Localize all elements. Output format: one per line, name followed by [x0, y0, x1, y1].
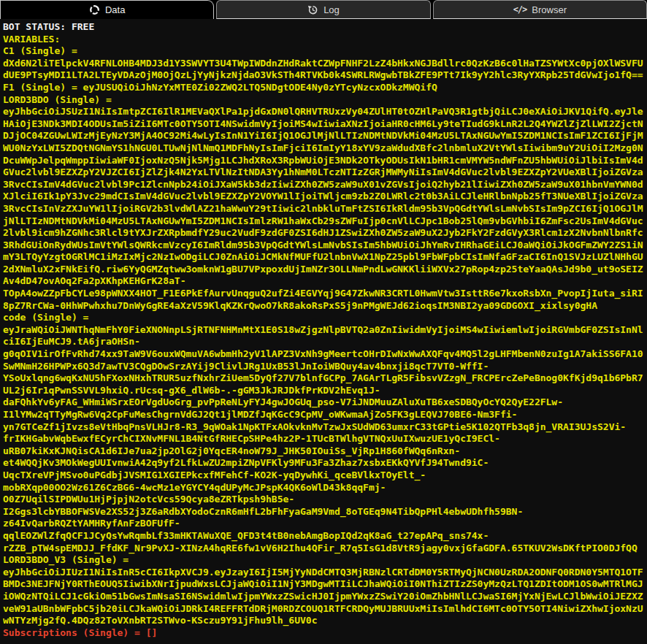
variable-value-line: 3RvcCIsInVzZXJuYW1lIjoiRGV2b3lvdWlAZ21ha… — [3, 203, 647, 215]
variable-value-line: O0Z7UqilSIPDWUu1HjPjpjN2otcVcs59Qcya8eZR… — [3, 494, 647, 506]
variable-value-line: GVuc2lvbl9EZXZpY2VJZCI6IjZlZjk4N2YxLTVlN… — [3, 166, 647, 179]
code-icon: </> — [513, 4, 527, 15]
variable-value-line: z64IvQarbRQZtYAMHRyfAnFzBOFUfF- — [3, 518, 647, 530]
data-ring-icon — [89, 4, 100, 15]
variable-value-line: qqlEOZWlZfqQCF1JCyQsYwRqmbLf33mHKTAWuXQE… — [3, 530, 647, 543]
variable-header-Subscriptions: Subscriptions (Single) = [] — [3, 627, 647, 640]
variable-value-line: HAiOjE3NDk3MDI4ODUsIm5iZiI6MTc0OTY5OTI4N… — [3, 118, 647, 131]
bot-status-line: BOT STATUS: FREE — [3, 21, 647, 34]
variable-value-line: uRB07kiKxKJNQisCA1d6IJe7ua2jp2OlG2j0YqcE… — [3, 445, 647, 458]
tab-data[interactable]: Data — [0, 0, 214, 19]
variable-value-line: TOpA4owZZpFbCYLe98pWNXX4HOT_F1E6PkEfAurv… — [3, 288, 647, 300]
variable-value-line: UqcTXreVPjMSvo0uPGdbjJVSMIG1XGIEPkcxfMFe… — [3, 469, 647, 482]
variable-header-LORD3BDO: LORD3BDO (Single) = — [3, 94, 647, 107]
variable-value-line: 3RvcCIsImV4dGVuc2lvbl9Pc1ZlcnNpb24iOiJXa… — [3, 179, 647, 191]
variables-list: C1 (Single) =dXd6N2liTElpckV4RFNLOHB4MDJ… — [3, 45, 647, 639]
tab-bar: Data Log </> Browser — [0, 0, 647, 19]
variable-value-line: mobRXqp00OO2Wz61Z6CzBG6-4wcMz1eYGYCY4qdU… — [3, 482, 647, 494]
variable-value-line: SwMNmH26HPWPx6Q3d7awTV3CQgDOwSrzAYij9Cli… — [3, 361, 647, 373]
variable-value-line: 2lvbl9icm9hZGNhc3Rlcl9tYXJrZXRpbmdfY29uc… — [3, 227, 647, 239]
variable-value-line: YSoUxlqng6wqKxNU5hFXoxNHxhTRUR5uzfNxhrZi… — [3, 372, 647, 385]
tab-browser[interactable]: </> Browser — [433, 0, 647, 19]
variable-value-line: 2dXNmluX2xFNkEifQ.riw6YyQGMZqtww3omknW1g… — [3, 264, 647, 276]
history-icon — [307, 4, 318, 15]
variable-value-line: ciI6IjEuMCJ9.tA6jraOHSn- — [3, 336, 647, 348]
variable-value-line: veW91aUBnbWFpbC5jb20iLCJkaWQiOiJDRkI4REF… — [3, 603, 647, 616]
variable-header-LORD3BDO_V3: LORD3BDO_V3 (Single) = — [3, 554, 647, 567]
variable-value-line: jNlLTIzNDMtNDVkMi04MzU5LTAxNGUwYmI5ZDM1N… — [3, 215, 647, 228]
variables-heading: VARIABLES: — [3, 34, 647, 46]
console-output: BOT STATUS: FREE VARIABLES: C1 (Single) … — [0, 19, 647, 644]
variable-value-line: yn7GTCeZf1jIvzs8eVtHbqPnsVLHJr8-R3_9qWOa… — [3, 421, 647, 434]
variable-value-line: frIKHGabvWqbEwxfECyrChCIXNvMFNL1B4NtGfRH… — [3, 433, 647, 445]
variable-value-line: DJjOC04ZGUwLWIzMjEyNzY3MjA4OC92Mi4wLyIsI… — [3, 130, 647, 142]
variable-value-line: wNTYzMjg2fQ.4DQz82ToVXnbRT2STWvo-KSczu9Y… — [3, 615, 647, 627]
tab-data-label: Data — [105, 4, 125, 15]
variable-value-line: 3RhdGUiOnRydWUsImVtYWlsQWRkcmVzcyI6ImRld… — [3, 239, 647, 252]
tab-log-label: Log — [324, 4, 340, 15]
variable-value-line: I1lYMw2qTTyMgRw6Vq2CpFuMesChgrnVdGJ2Qt1j… — [3, 409, 647, 421]
variable-value-line: I2Ggs3lcbYBBOFWSVe2XS52j3Z6aRdbXYodoCznR… — [3, 506, 647, 518]
variable-value-line: iOWQzNTQiLCJ1cGkiOm51bGwsImNsaSI6NSwidml… — [3, 591, 647, 603]
variable-value-line: WU0NzYxLWI5ZDQtNGNmYS1hNGU0LTUwNjNlNmQ1M… — [3, 142, 647, 155]
bot-data-panel: Data Log </> Browser BOT STATUS: FREE VA… — [0, 0, 647, 644]
variable-value-line: eyJhbGciOiJSUzI1NiIsImtpZCI6IlR1MEVaQXlP… — [3, 106, 647, 118]
variable-value-line: rZZB_pTW4spEMDJJ_FfdKF_Nr9PvXJ-XINzA4hqR… — [3, 543, 647, 555]
variable-value-line: eyJraWQiOiJWNThqNmFhY0FieXNONnpLSjRTNFNH… — [3, 324, 647, 337]
variable-value-line: daFQhkYv6yFAG_WHmiWSrxEOrVgdUoGrg_pvPpRe… — [3, 396, 647, 409]
variable-header-C1: C1 (Single) = — [3, 45, 647, 58]
variable-value-line: dUE9PTsyMDI1LTA2LTEyVDAzOjM0OjQzLjYyNjkz… — [3, 69, 647, 82]
variable-header-code: code (Single) = — [3, 312, 647, 324]
tab-log[interactable]: Log — [216, 0, 430, 19]
variable-value-line: UL2j6Ir1qPwnSSVVL9hxiQ.rUcsq-gX6_dlW6b-.… — [3, 385, 647, 397]
tab-browser-label: Browser — [532, 4, 567, 15]
variable-value-line: Av4dD47ovAOq2Fa2pXKhpKEHGrK28aT- — [3, 275, 647, 288]
variable-value-line: XJlciI6Ik1pY3Jvc29mdCIsImV4dGVuc2lvbl9EZ… — [3, 191, 647, 203]
variable-value-line: et4WQQjKv3MOkWegUUIvnwiA42q9yf2LfkLwZU2m… — [3, 457, 647, 469]
variable-value-line: mY3LTQyYzgtOGRlMC1iMzIxMjc2NzIwODgiLCJ0Z… — [3, 251, 647, 264]
variable-value-line: eyJhbGciOiJIUzI1NiIsInR5cCI6IkpXVCJ9.eyJ… — [3, 567, 647, 579]
variable-value-line: g0qOIV1irOfFvRhd74xx9TaW9V6ouxWQmuVA6wbm… — [3, 348, 647, 361]
variable-header-F1: F1 (Single) = eyJUSUQiOiJhNzYxMTE0Zi02ZW… — [3, 82, 647, 94]
variable-value-line: dXd6N2liTElpckV4RFNLOHB4MDJ3d1Y3SWVYT3U4… — [3, 58, 647, 70]
variable-value-line: 8pZ7RrCWa-0HhWPwhxhu7DnWyGgRE4aXzV59KlqK… — [3, 300, 647, 313]
variable-value-line: DcuWWpJelpqWmppIiwiaWF0IjoxNzQ5Njk5Mjg1L… — [3, 155, 647, 167]
variable-value-line: BMDc3NEJFNjY0RThEOUQ5IiwibXNrIjpudWxsLCJ… — [3, 578, 647, 591]
